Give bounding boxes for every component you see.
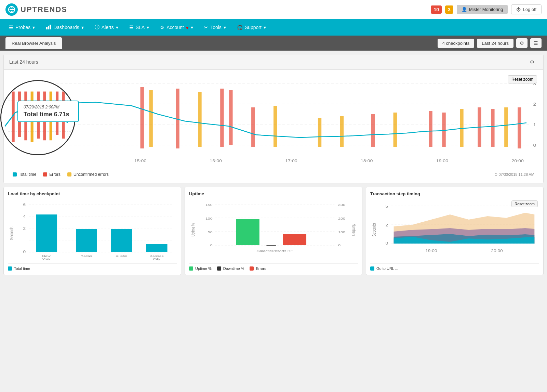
nav-label-tools: Tools bbox=[210, 25, 222, 30]
settings-button[interactable]: ⚙ bbox=[516, 38, 528, 48]
tab-real-browser[interactable]: Real Browser Analysis bbox=[5, 37, 62, 49]
nav-item-support[interactable]: 🎧 Support ▾ bbox=[231, 19, 271, 36]
svg-text:20:00: 20:00 bbox=[491, 249, 503, 253]
logo-icon bbox=[5, 3, 18, 16]
timerange-button[interactable]: Last 24 hours bbox=[477, 39, 513, 48]
svg-text:2: 2 bbox=[533, 102, 536, 107]
nav-item-alerts[interactable]: ⓘ Alerts ▾ bbox=[89, 19, 124, 36]
nav-item-account[interactable]: ⚙ Account ● ▾ bbox=[155, 19, 199, 36]
svg-text:0: 0 bbox=[386, 241, 388, 246]
legend-label-uerrors: Errors bbox=[256, 266, 266, 271]
legend-color-total bbox=[13, 172, 17, 177]
svg-text:50: 50 bbox=[208, 231, 213, 234]
chevron-down-icon-account2: ▾ bbox=[191, 25, 193, 30]
main-chart-svg: 3 2 1 0 Number bbox=[7, 73, 540, 169]
svg-text:5: 5 bbox=[386, 205, 388, 209]
tools-icon: ✂ bbox=[204, 25, 208, 30]
sla-icon: ☰ bbox=[129, 25, 134, 30]
svg-rect-35 bbox=[274, 106, 277, 147]
badge-red[interactable]: 10 bbox=[431, 5, 442, 14]
svg-rect-29 bbox=[149, 90, 152, 147]
hamburger-menu-button[interactable]: ☰ bbox=[530, 38, 542, 48]
nav-item-tools[interactable]: ✂ Tools ▾ bbox=[199, 19, 231, 36]
svg-rect-89 bbox=[236, 219, 259, 245]
svg-text:Seconds: Seconds bbox=[372, 223, 377, 237]
legend-label-total: Total time bbox=[19, 172, 36, 177]
chevron-down-icon-dash: ▾ bbox=[81, 25, 84, 30]
legend-label-downtime: Downtime % bbox=[223, 266, 244, 271]
legend-color-uptime bbox=[189, 266, 193, 271]
svg-rect-45 bbox=[504, 107, 508, 147]
reset-zoom-button[interactable]: Reset zoom bbox=[508, 75, 537, 83]
tooltip-date: 07/29/2015 2:00PM bbox=[24, 105, 73, 109]
checkpoint-button[interactable]: 4 checkpoints bbox=[438, 39, 475, 48]
svg-text:City: City bbox=[153, 258, 160, 261]
svg-rect-67 bbox=[146, 244, 168, 252]
sub-header: Real Browser Analysis 4 checkpoints Last… bbox=[0, 36, 547, 51]
power-icon: ⏻ bbox=[516, 7, 521, 12]
chevron-down-icon-sla: ▾ bbox=[147, 25, 149, 30]
main-chart-body: Reset zoom 07/29/2015 2:00PM Total time … bbox=[4, 70, 543, 183]
transaction-reset-zoom[interactable]: Reset zoom bbox=[511, 200, 538, 207]
tooltip-value: Total time 6.71s bbox=[24, 111, 73, 118]
main-content: Last 24 hours ⚙ Reset zoom 07/29/2015 2:… bbox=[0, 54, 547, 275]
nav-item-sla[interactable]: ☰ SLA ▾ bbox=[124, 19, 155, 36]
nav-item-probes[interactable]: ☰ Probes ▾ bbox=[3, 19, 40, 36]
main-chart-legend: Total time Errors Unconfirmed errors ⊙ 0… bbox=[7, 169, 540, 180]
user-icon: 👤 bbox=[462, 7, 467, 12]
logo: UPTRENDS bbox=[5, 3, 67, 16]
tooltip-box: 07/29/2015 2:00PM Total time 6.71s bbox=[17, 101, 79, 122]
nav-label-probes: Probes bbox=[15, 25, 30, 30]
nav-bar: ☰ Probes ▾ Dashboards ▾ ⓘ Alerts ▾ ☰ SLA… bbox=[0, 19, 547, 36]
legend-color-errors bbox=[43, 172, 47, 177]
headset-icon: 🎧 bbox=[237, 25, 243, 30]
nav-item-dashboards[interactable]: Dashboards ▾ bbox=[40, 19, 89, 36]
svg-rect-2 bbox=[46, 27, 48, 29]
svg-text:4: 4 bbox=[23, 215, 26, 219]
transaction-body: Reset zoom 5 2 0 Seconds bbox=[370, 199, 539, 261]
svg-text:18:00: 18:00 bbox=[361, 159, 373, 163]
uptime-svg: 150 100 50 0 300 200 100 0 Uptime % Numb… bbox=[189, 199, 358, 261]
svg-rect-65 bbox=[76, 229, 97, 252]
chevron-down-icon: ▾ bbox=[32, 25, 35, 30]
svg-text:0: 0 bbox=[210, 244, 213, 247]
legend-errors: Errors bbox=[43, 172, 61, 177]
load-time-legend: Total time bbox=[8, 263, 177, 271]
list-icon: ☰ bbox=[9, 25, 13, 30]
logoff-label: Log off bbox=[523, 7, 536, 12]
bar-chart-icon bbox=[46, 24, 51, 31]
svg-text:17:00: 17:00 bbox=[285, 159, 297, 163]
svg-rect-40 bbox=[429, 111, 432, 147]
load-time-body: 6 4 2 0 Seconds New bbox=[8, 199, 177, 261]
svg-text:Number: Number bbox=[539, 118, 540, 131]
svg-rect-38 bbox=[371, 114, 375, 147]
svg-rect-46 bbox=[518, 107, 521, 148]
top-right: 10 3 👤 Mister Monitoring ⏻ Log off bbox=[431, 4, 542, 14]
nav-label-account: Account bbox=[166, 25, 184, 30]
svg-text:Uptime %: Uptime % bbox=[191, 223, 196, 236]
svg-rect-28 bbox=[141, 87, 144, 148]
svg-text:100: 100 bbox=[338, 231, 345, 234]
legend-color-goto bbox=[370, 266, 374, 271]
svg-rect-3 bbox=[48, 26, 49, 29]
badge-yellow[interactable]: 3 bbox=[445, 5, 453, 14]
legend-color-downtime bbox=[217, 266, 221, 271]
chart-settings-button[interactable]: ⚙ bbox=[526, 57, 538, 67]
svg-rect-90 bbox=[266, 245, 276, 246]
legend-total-load: Total time bbox=[8, 266, 30, 271]
nav-label-alerts: Alerts bbox=[102, 25, 114, 30]
transaction-legend: Go to URL ... bbox=[370, 263, 539, 271]
svg-text:6: 6 bbox=[23, 203, 26, 207]
chevron-down-icon-alerts: ▾ bbox=[116, 25, 118, 30]
bottom-charts: Load time by checkpoint 6 4 2 0 S bbox=[3, 187, 544, 275]
logoff-button[interactable]: ⏻ Log off bbox=[511, 4, 542, 14]
svg-rect-64 bbox=[36, 214, 57, 252]
svg-text:1: 1 bbox=[533, 122, 536, 127]
svg-text:19:00: 19:00 bbox=[425, 249, 437, 253]
nav-label-dashboards: Dashboards bbox=[53, 25, 79, 30]
svg-text:300: 300 bbox=[338, 203, 345, 207]
uptime-chart: Uptime 150 100 50 0 300 200 bbox=[185, 187, 362, 275]
user-button[interactable]: 👤 Mister Monitoring bbox=[457, 5, 508, 14]
svg-rect-36 bbox=[318, 118, 321, 147]
legend-label-goto: Go to URL ... bbox=[376, 266, 398, 271]
